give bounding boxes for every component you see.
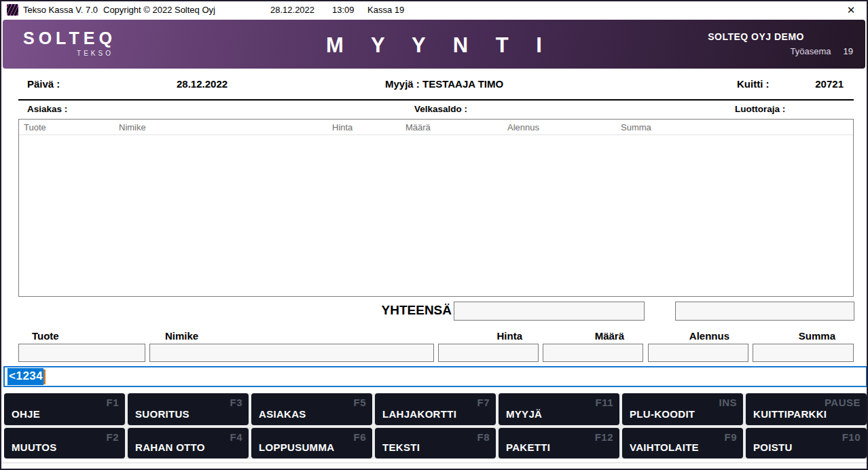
entry-product-label: Tuote xyxy=(32,330,59,342)
header-right: SOLTEQ OYJ DEMO Työasema19 xyxy=(708,31,853,56)
entry-name-label: Nimike xyxy=(165,330,198,342)
function-button-grid: OHJE F1 SUORITUS F3 ASIAKAS F5 LAHJAKORT… xyxy=(4,393,867,459)
asiakas-button[interactable]: ASIAKAS F5 xyxy=(251,393,372,425)
button-key: F7 xyxy=(477,397,490,408)
button-label: MYYJÄ xyxy=(506,408,542,420)
app-window: Tekso Kassa V. 7.0 Copyright © 2022 Solt… xyxy=(0,0,868,470)
teksti-button[interactable]: TEKSTI F8 xyxy=(375,428,496,458)
col-product: Tuote xyxy=(24,122,46,132)
button-key: INS xyxy=(719,397,737,408)
button-label: PAKETTI xyxy=(506,441,550,453)
button-key: F2 xyxy=(106,431,119,443)
button-key: F3 xyxy=(230,397,242,408)
button-label: VAIHTOLAITE xyxy=(630,441,699,453)
workstation-number: 19 xyxy=(844,46,853,56)
entry-quantity-label: Määrä xyxy=(543,330,624,342)
titlebar-date: 28.12.2022 xyxy=(270,5,314,15)
paketti-button[interactable]: PAKETTI F12 xyxy=(499,428,619,458)
col-quantity: Määrä xyxy=(405,122,431,132)
button-key: F10 xyxy=(842,431,861,443)
workstation-info: Työasema19 xyxy=(708,46,853,56)
button-label: RAHAN OTTO xyxy=(135,441,205,453)
copyright-text: Copyright © 2022 Solteq Oyj xyxy=(103,5,215,15)
button-label: KUITTIPARKKI xyxy=(753,408,827,420)
entry-price-label: Hinta xyxy=(438,330,522,342)
button-label: POISTU xyxy=(753,441,793,453)
button-key: F8 xyxy=(477,431,490,443)
col-name: Nimike xyxy=(119,122,146,132)
button-key: F1 xyxy=(106,397,119,408)
rahan-otto-button[interactable]: RAHAN OTTO F4 xyxy=(128,428,249,458)
button-label: LAHJAKORTTI xyxy=(382,408,456,420)
col-discount: Alennus xyxy=(507,122,539,132)
button-label: SUORITUS xyxy=(135,408,189,420)
receipt-label: Kuitti : xyxy=(737,78,769,90)
vaihtolaite-button[interactable]: VAIHTOLAITE F9 xyxy=(622,428,743,458)
loppusumma-button[interactable]: LOPPUSUMMA F6 xyxy=(251,428,372,458)
entry-price-input[interactable] xyxy=(438,344,539,362)
entry-discount-input[interactable] xyxy=(648,344,748,362)
receipt-number: 20721 xyxy=(782,78,844,90)
seller-label: Myyjä : TESTAAJA TIMO xyxy=(385,78,503,90)
status-strip xyxy=(1,463,867,470)
divider-line xyxy=(18,99,854,101)
command-selected-text: <1234 xyxy=(7,368,43,385)
muutos-button[interactable]: MUUTOS F2 xyxy=(4,428,125,458)
kuittiparkki-button[interactable]: KUITTIPARKKI PAUSE xyxy=(746,393,867,425)
table-header-row: Tuote Nimike Hinta Määrä Alennus Summa xyxy=(19,120,853,135)
command-input[interactable]: <1234 xyxy=(3,366,867,387)
button-key: F9 xyxy=(724,431,737,443)
credit-limit-label: Luottoraja : xyxy=(735,104,785,114)
button-label: TEKSTI xyxy=(382,441,420,453)
lahjakortti-button[interactable]: LAHJAKORTTI F7 xyxy=(375,393,496,425)
total-secondary-field xyxy=(675,302,854,321)
solteq-app-icon xyxy=(7,4,18,16)
close-icon[interactable]: ✕ xyxy=(844,3,858,17)
sale-lines-table: Tuote Nimike Hinta Määrä Alennus Summa xyxy=(18,119,854,297)
text-cursor xyxy=(43,369,46,384)
workstation-label: Työasema xyxy=(791,46,831,56)
suoritus-button[interactable]: SUORITUS F3 xyxy=(128,393,249,425)
titlebar-time: 13:09 xyxy=(332,5,355,15)
date-label: Päivä : xyxy=(27,78,60,90)
button-key: F5 xyxy=(353,397,366,408)
window-title: Tekso Kassa V. 7.0 xyxy=(23,5,98,15)
button-key: F11 xyxy=(595,397,613,408)
button-key: F6 xyxy=(353,431,366,443)
button-label: ASIAKAS xyxy=(259,408,306,420)
entry-sum-label: Summa xyxy=(753,330,835,342)
button-key: PAUSE xyxy=(825,397,861,408)
entry-quantity-input[interactable] xyxy=(543,344,643,362)
poistu-button[interactable]: POISTU F10 xyxy=(746,428,867,458)
page-header: SOLTEQ TEKSO M Y Y N T I SOLTEQ OYJ DEMO… xyxy=(3,20,865,69)
ohje-button[interactable]: OHJE F1 xyxy=(4,393,125,425)
col-price: Hinta xyxy=(332,122,352,132)
date-value: 28.12.2022 xyxy=(177,78,228,90)
company-name: SOLTEQ OYJ DEMO xyxy=(708,31,853,42)
debt-balance-label: Velkasaldo : xyxy=(414,104,467,114)
entry-product-input[interactable] xyxy=(18,344,145,362)
button-label: LOPPUSUMMA xyxy=(259,441,334,453)
title-bar: Tekso Kassa V. 7.0 Copyright © 2022 Solt… xyxy=(1,1,867,19)
button-key: F12 xyxy=(595,431,613,443)
myyja-button[interactable]: MYYJÄ F11 xyxy=(499,393,619,425)
button-label: MUUTOS xyxy=(12,441,57,453)
titlebar-register: Kassa 19 xyxy=(367,5,404,15)
entry-sum-input[interactable] xyxy=(753,344,854,362)
entry-discount-label: Alennus xyxy=(648,330,729,342)
col-sum: Summa xyxy=(621,122,651,132)
customer-label: Asiakas : xyxy=(27,104,67,114)
total-amount-field xyxy=(454,302,645,321)
total-label: YHTEENSÄ xyxy=(300,303,452,318)
button-label: PLU-KOODIT xyxy=(630,408,695,420)
button-label: OHJE xyxy=(12,408,40,420)
button-key: F4 xyxy=(230,431,242,443)
plu-koodit-button[interactable]: PLU-KOODIT INS xyxy=(622,393,743,425)
entry-name-input[interactable] xyxy=(149,344,434,362)
